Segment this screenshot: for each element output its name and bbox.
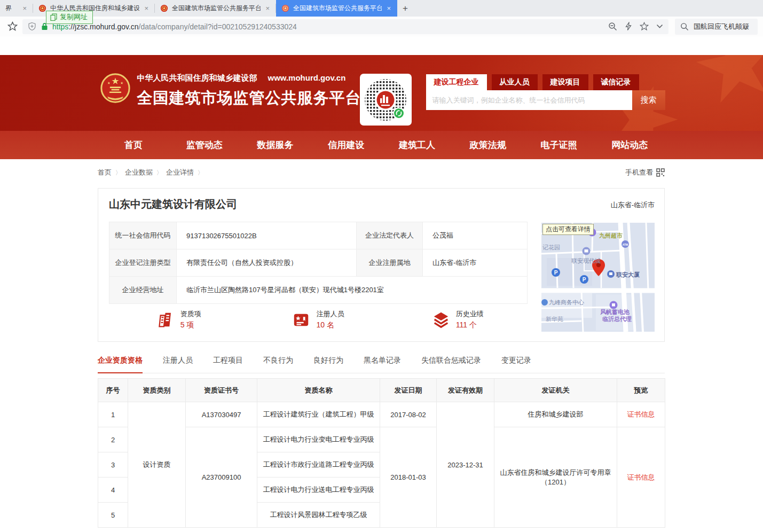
nav-item-supervision[interactable]: 监管动态 (169, 131, 240, 159)
search-tab-credit[interactable]: 诚信记录 (593, 74, 639, 90)
qr-code-icon[interactable] (656, 168, 665, 177)
breadcrumb-company-data[interactable]: 企业数据 (125, 168, 153, 177)
credit-code-value: 91371302675501022B (177, 222, 357, 249)
tab-dishonesty[interactable]: 失信联合惩戒记录 (421, 356, 481, 373)
location-map[interactable]: ATM P P 九州超市 记花园 联安现代城 联安大厦 九峰商务中心 新华苑 风… (541, 223, 655, 332)
nav-item-site-news[interactable]: 网站动态 (594, 131, 665, 159)
reg-place-value: 山东省-临沂市 (423, 249, 528, 277)
tab-projects[interactable]: 工程项目 (213, 356, 243, 373)
qualification-category: 设计资质 (128, 402, 186, 528)
site-header: 中华人民共和国住房和城乡建设部 www.mohurd.gov.cn 全国建筑市场… (0, 55, 763, 131)
map-label-modern-city: 联安现代城 (571, 257, 601, 264)
qualification-name: 工程设计建筑行业（建筑工程）甲级 (257, 402, 380, 427)
detail-tabs: 企业资质资格 注册人员 工程项目 不良行为 良好行为 黑名单记录 失信联合惩戒记… (98, 356, 665, 373)
company-name: 山东中元建筑设计有限公司 (109, 197, 237, 212)
search-tab-project[interactable]: 建设项目 (542, 74, 588, 90)
browser-tab-2[interactable]: 全国建筑市场监管公共服务平台 × (155, 0, 276, 17)
breadcrumb-separator: 〉 (115, 169, 121, 177)
tab-change-records[interactable]: 变更记录 (501, 356, 531, 373)
ministry-name: 中华人民共和国住房和城乡建设部 (137, 73, 257, 83)
copy-url-tooltip: 复制网址 (46, 11, 93, 24)
tab-registered-personnel[interactable]: 注册人员 (163, 356, 193, 373)
map-label-xinhuayuan: 新华苑 (546, 316, 563, 322)
qualification-name: 工程设计电力行业变电工程专业丙级 (257, 427, 380, 452)
url-field[interactable]: https://jzsc.mohurd.gov.cn/data/company/… (22, 19, 668, 34)
search-button[interactable]: 搜索 (632, 90, 665, 110)
nav-item-home[interactable]: 首页 (98, 131, 169, 159)
favorite-star-icon[interactable] (640, 22, 649, 31)
building-icon (156, 311, 175, 329)
reg-type-label: 企业登记注册类型 (109, 249, 177, 277)
tab-qualifications[interactable]: 企业资质资格 (98, 356, 143, 373)
new-tab-button[interactable]: + (397, 0, 413, 17)
company-detail-card: 山东中元建筑设计有限公司 山东省-临沂市 统一社会信用代码 9137130267… (98, 188, 665, 342)
row-index: 1 (98, 402, 128, 427)
reg-type-value: 有限责任公司（自然人投资或控股） (177, 249, 357, 277)
row-index: 5 (98, 503, 128, 528)
stat-registered-personnel[interactable]: 注册人员 10 名 (248, 309, 388, 330)
tab-close-icon[interactable]: × (21, 4, 28, 12)
nav-item-certificate[interactable]: 电子证照 (523, 131, 594, 159)
breadcrumb: 首页 〉 企业数据 〉 企业详情 〉 手机查看 (98, 168, 665, 177)
map-label-battery1: 风帆蓄电池 (600, 309, 630, 315)
map-label-tower: 联安大厦 (616, 271, 640, 278)
map-label-garden: 记花园 (542, 244, 560, 251)
map-label-supermarket: 九州超市 (599, 232, 623, 239)
stat-qualifications-value: 5 项 (180, 320, 201, 330)
map-label-business-center: 九峰商务中心 (549, 299, 584, 306)
nav-item-data-service[interactable]: 数据服务 (240, 131, 311, 159)
tab-close-icon[interactable]: × (386, 4, 392, 12)
quick-search-text: 国航回应飞机颠簸 (694, 22, 749, 32)
row-index: 2 (98, 427, 128, 452)
address-label: 企业经营地址 (109, 277, 177, 304)
lightning-icon[interactable] (625, 22, 632, 31)
chevron-down-icon[interactable] (656, 24, 663, 29)
credit-code-label: 统一社会信用代码 (109, 222, 177, 249)
col-header-issue-date: 发证日期 (380, 379, 437, 402)
certificate-info-link[interactable]: 证书信息 (627, 410, 655, 418)
breadcrumb-company-detail[interactable]: 企业详情 (166, 168, 194, 177)
map-parking-icon: P (583, 277, 586, 283)
bookmark-star-icon[interactable] (5, 21, 19, 32)
zoom-out-icon[interactable] (608, 22, 617, 31)
col-header-authority: 发证机关 (494, 379, 617, 402)
browser-tab-active[interactable]: 全国建筑市场监管公共服务平台 × (276, 0, 397, 17)
breadcrumb-home[interactable]: 首页 (98, 168, 112, 177)
legal-rep-label: 企业法定代表人 (357, 222, 423, 249)
national-emblem-favicon (38, 4, 46, 12)
map-atm-label: ATM (623, 243, 628, 246)
search-tab-personnel[interactable]: 从业人员 (492, 74, 538, 90)
map-image: ATM P P 九州超市 记花园 联安现代城 联安大厦 九峰商务中心 新华苑 风… (541, 223, 655, 332)
shield-permission-icon[interactable] (28, 22, 36, 31)
tab-bad-behavior[interactable]: 不良行为 (263, 356, 293, 373)
url-path: /data/company/detail?id=0021052912405330… (139, 22, 297, 31)
stat-history-label: 历史业绩 (456, 309, 484, 319)
keyword-search-input[interactable] (426, 90, 632, 110)
certificate-info-link[interactable]: 证书信息 (627, 473, 655, 481)
tab-close-icon[interactable]: × (264, 4, 271, 12)
tab-close-icon[interactable]: × (143, 4, 150, 12)
col-header-category: 资质类别 (128, 379, 186, 402)
issuing-authority: 山东省住房和城乡建设厅许可专用章（1201） (494, 427, 617, 528)
nav-item-policy[interactable]: 政策法规 (452, 131, 523, 159)
url-text[interactable]: https://jzsc.mohurd.gov.cn/data/company/… (52, 22, 603, 31)
browser-tab-bar: 界 × 中华人民共和国住房和城乡建设 × 全国建筑市场监管公共服务平台 × 全国… (0, 0, 763, 17)
nav-item-workers[interactable]: 建筑工人 (382, 131, 453, 159)
mobile-view-label[interactable]: 手机查看 (625, 168, 653, 177)
browser-address-bar: https://jzsc.mohurd.gov.cn/data/company/… (0, 17, 763, 36)
screen: 界 × 中华人民共和国住房和城乡建设 × 全国建筑市场监管公共服务平台 × 全国… (0, 0, 763, 532)
search-icon (680, 22, 689, 31)
stat-qualifications[interactable]: 资质项 5 项 (109, 309, 248, 330)
stat-history-performance[interactable]: 历史业绩 111 个 (388, 309, 528, 330)
table-row: 1 设计资质 A137030497 工程设计建筑行业（建筑工程）甲级 2017-… (98, 402, 665, 427)
nav-item-credit[interactable]: 信用建设 (311, 131, 382, 159)
table-header-row: 序号 资质类别 资质证书号 资质名称 发证日期 发证有效期 发证机关 预览 (98, 379, 665, 402)
qualification-name: 工程设计市政行业道路工程专业丙级 (257, 452, 380, 478)
search-tab-enterprise[interactable]: 建设工程企业 (426, 74, 487, 90)
browser-tab-0[interactable]: 界 × (0, 0, 33, 17)
tab-blacklist[interactable]: 黑名单记录 (364, 356, 401, 373)
quick-search-box[interactable]: 国航回应飞机颠簸 (675, 19, 758, 35)
tab-good-behavior[interactable]: 良好行为 (313, 356, 343, 373)
site-title: 全国建筑市场监管公共服务平台 (137, 88, 361, 109)
row-index: 4 (98, 478, 128, 503)
